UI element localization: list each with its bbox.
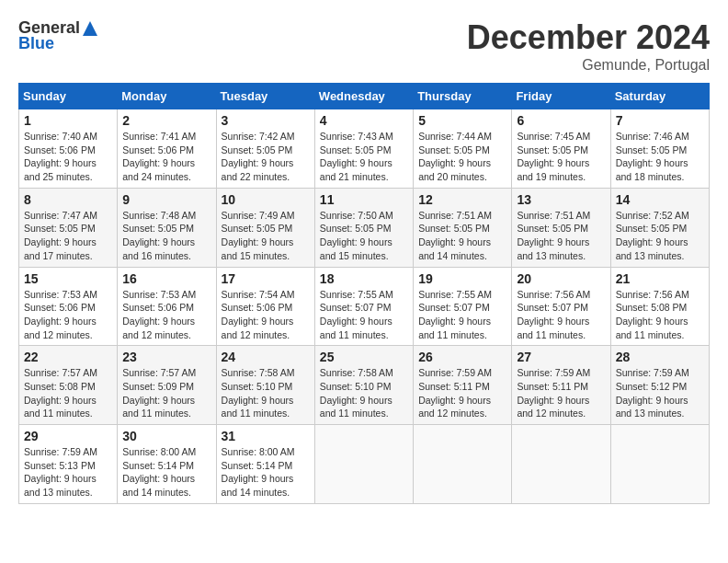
calendar-cell: 2Sunrise: 7:41 AMSunset: 5:06 PMDaylight… bbox=[118, 109, 216, 189]
day-number: 28 bbox=[616, 350, 704, 364]
calendar-table: SundayMondayTuesdayWednesdayThursdayFrid… bbox=[18, 83, 710, 504]
day-info: Sunrise: 7:46 AMSunset: 5:05 PMDaylight:… bbox=[616, 130, 704, 184]
week-row-5: 29Sunrise: 7:59 AMSunset: 5:13 PMDayligh… bbox=[19, 425, 710, 504]
day-number: 9 bbox=[122, 192, 210, 207]
day-info: Sunrise: 7:59 AMSunset: 5:11 PMDaylight:… bbox=[517, 366, 605, 420]
calendar-cell: 31Sunrise: 8:00 AMSunset: 5:14 PMDayligh… bbox=[216, 425, 314, 504]
day-number: 19 bbox=[418, 271, 506, 286]
week-row-2: 8Sunrise: 7:47 AMSunset: 5:05 PMDaylight… bbox=[19, 188, 710, 267]
day-number: 12 bbox=[418, 192, 506, 207]
day-info: Sunrise: 7:42 AMSunset: 5:05 PMDaylight:… bbox=[222, 130, 310, 184]
calendar-cell: 25Sunrise: 7:58 AMSunset: 5:10 PMDayligh… bbox=[314, 346, 413, 425]
day-number: 30 bbox=[122, 429, 210, 443]
calendar-cell: 20Sunrise: 7:56 AMSunset: 5:07 PMDayligh… bbox=[512, 267, 610, 346]
day-number: 16 bbox=[122, 271, 210, 286]
day-info: Sunrise: 7:50 AMSunset: 5:05 PMDaylight:… bbox=[320, 209, 408, 263]
calendar-cell: 9Sunrise: 7:48 AMSunset: 5:05 PMDaylight… bbox=[118, 188, 216, 267]
calendar-cell bbox=[610, 425, 709, 504]
calendar-cell bbox=[414, 425, 512, 504]
day-number: 26 bbox=[418, 350, 506, 364]
day-info: Sunrise: 7:58 AMSunset: 5:10 PMDaylight:… bbox=[320, 366, 408, 420]
day-number: 14 bbox=[616, 192, 704, 207]
location-subtitle: Gemunde, Portugal bbox=[467, 57, 710, 74]
weekday-sunday: Sunday bbox=[19, 84, 118, 109]
calendar-cell: 7Sunrise: 7:46 AMSunset: 5:05 PMDaylight… bbox=[610, 109, 709, 189]
day-info: Sunrise: 7:44 AMSunset: 5:05 PMDaylight:… bbox=[418, 130, 506, 184]
day-info: Sunrise: 7:58 AMSunset: 5:10 PMDaylight:… bbox=[222, 366, 310, 420]
day-number: 8 bbox=[24, 192, 112, 207]
day-info: Sunrise: 7:59 AMSunset: 5:13 PMDaylight:… bbox=[24, 445, 112, 500]
day-info: Sunrise: 7:57 AMSunset: 5:08 PMDaylight:… bbox=[24, 366, 112, 420]
calendar-cell: 14Sunrise: 7:52 AMSunset: 5:05 PMDayligh… bbox=[610, 188, 709, 267]
day-info: Sunrise: 7:49 AMSunset: 5:05 PMDaylight:… bbox=[222, 209, 310, 263]
calendar-cell: 24Sunrise: 7:58 AMSunset: 5:10 PMDayligh… bbox=[216, 346, 314, 425]
day-info: Sunrise: 7:53 AMSunset: 5:06 PMDaylight:… bbox=[122, 288, 210, 342]
day-info: Sunrise: 7:51 AMSunset: 5:05 PMDaylight:… bbox=[418, 209, 506, 263]
calendar-cell: 22Sunrise: 7:57 AMSunset: 5:08 PMDayligh… bbox=[19, 346, 118, 425]
month-year-title: December 2024 bbox=[467, 18, 710, 57]
day-number: 10 bbox=[222, 192, 310, 207]
day-number: 11 bbox=[320, 192, 408, 207]
day-number: 13 bbox=[517, 192, 605, 207]
weekday-friday: Friday bbox=[512, 84, 610, 109]
calendar-cell bbox=[512, 425, 610, 504]
weekday-header-row: SundayMondayTuesdayWednesdayThursdayFrid… bbox=[19, 84, 710, 109]
day-info: Sunrise: 7:45 AMSunset: 5:05 PMDaylight:… bbox=[517, 130, 605, 184]
calendar-cell: 13Sunrise: 7:51 AMSunset: 5:05 PMDayligh… bbox=[512, 188, 610, 267]
day-number: 17 bbox=[222, 271, 310, 286]
day-number: 18 bbox=[320, 271, 408, 286]
calendar-cell: 21Sunrise: 7:56 AMSunset: 5:08 PMDayligh… bbox=[610, 267, 709, 346]
day-number: 6 bbox=[517, 113, 605, 128]
day-number: 23 bbox=[122, 350, 210, 364]
logo: General Blue bbox=[18, 18, 100, 53]
day-info: Sunrise: 7:53 AMSunset: 5:06 PMDaylight:… bbox=[24, 288, 112, 342]
calendar-cell: 16Sunrise: 7:53 AMSunset: 5:06 PMDayligh… bbox=[118, 267, 216, 346]
calendar-cell: 19Sunrise: 7:55 AMSunset: 5:07 PMDayligh… bbox=[414, 267, 512, 346]
day-number: 22 bbox=[24, 350, 112, 364]
calendar-cell: 27Sunrise: 7:59 AMSunset: 5:11 PMDayligh… bbox=[512, 346, 610, 425]
day-number: 25 bbox=[320, 350, 408, 364]
day-info: Sunrise: 7:47 AMSunset: 5:05 PMDaylight:… bbox=[24, 209, 112, 263]
svg-marker-0 bbox=[83, 21, 97, 36]
calendar-cell: 28Sunrise: 7:59 AMSunset: 5:12 PMDayligh… bbox=[610, 346, 709, 425]
calendar-cell: 11Sunrise: 7:50 AMSunset: 5:05 PMDayligh… bbox=[314, 188, 413, 267]
day-info: Sunrise: 8:00 AMSunset: 5:14 PMDaylight:… bbox=[122, 445, 210, 500]
day-info: Sunrise: 7:51 AMSunset: 5:05 PMDaylight:… bbox=[517, 209, 605, 263]
day-info: Sunrise: 8:00 AMSunset: 5:14 PMDaylight:… bbox=[222, 445, 310, 500]
calendar-cell: 12Sunrise: 7:51 AMSunset: 5:05 PMDayligh… bbox=[414, 188, 512, 267]
week-row-3: 15Sunrise: 7:53 AMSunset: 5:06 PMDayligh… bbox=[19, 267, 710, 346]
logo-blue-text: Blue bbox=[18, 34, 54, 53]
day-info: Sunrise: 7:59 AMSunset: 5:12 PMDaylight:… bbox=[616, 366, 704, 420]
calendar-cell: 26Sunrise: 7:59 AMSunset: 5:11 PMDayligh… bbox=[414, 346, 512, 425]
day-number: 1 bbox=[24, 113, 112, 128]
day-number: 5 bbox=[418, 113, 506, 128]
week-row-4: 22Sunrise: 7:57 AMSunset: 5:08 PMDayligh… bbox=[19, 346, 710, 425]
calendar-cell: 23Sunrise: 7:57 AMSunset: 5:09 PMDayligh… bbox=[118, 346, 216, 425]
calendar-cell: 4Sunrise: 7:43 AMSunset: 5:05 PMDaylight… bbox=[314, 109, 413, 189]
day-info: Sunrise: 7:52 AMSunset: 5:05 PMDaylight:… bbox=[616, 209, 704, 263]
calendar-cell: 8Sunrise: 7:47 AMSunset: 5:05 PMDaylight… bbox=[19, 188, 118, 267]
calendar-cell bbox=[314, 425, 413, 504]
calendar-cell: 3Sunrise: 7:42 AMSunset: 5:05 PMDaylight… bbox=[216, 109, 314, 189]
day-number: 7 bbox=[616, 113, 704, 128]
calendar-cell: 10Sunrise: 7:49 AMSunset: 5:05 PMDayligh… bbox=[216, 188, 314, 267]
day-info: Sunrise: 7:55 AMSunset: 5:07 PMDaylight:… bbox=[320, 288, 408, 342]
day-info: Sunrise: 7:56 AMSunset: 5:07 PMDaylight:… bbox=[517, 288, 605, 342]
calendar-cell: 18Sunrise: 7:55 AMSunset: 5:07 PMDayligh… bbox=[314, 267, 413, 346]
day-number: 24 bbox=[222, 350, 310, 364]
day-number: 31 bbox=[222, 429, 310, 443]
day-info: Sunrise: 7:57 AMSunset: 5:09 PMDaylight:… bbox=[122, 366, 210, 420]
weekday-monday: Monday bbox=[118, 84, 216, 109]
calendar-cell: 5Sunrise: 7:44 AMSunset: 5:05 PMDaylight… bbox=[414, 109, 512, 189]
logo-icon bbox=[81, 19, 99, 38]
weekday-thursday: Thursday bbox=[414, 84, 512, 109]
weekday-saturday: Saturday bbox=[610, 84, 709, 109]
day-info: Sunrise: 7:54 AMSunset: 5:06 PMDaylight:… bbox=[222, 288, 310, 342]
day-number: 4 bbox=[320, 113, 408, 128]
calendar-body: 1Sunrise: 7:40 AMSunset: 5:06 PMDaylight… bbox=[19, 109, 710, 504]
calendar-cell: 15Sunrise: 7:53 AMSunset: 5:06 PMDayligh… bbox=[19, 267, 118, 346]
day-info: Sunrise: 7:43 AMSunset: 5:05 PMDaylight:… bbox=[320, 130, 408, 184]
calendar-cell: 17Sunrise: 7:54 AMSunset: 5:06 PMDayligh… bbox=[216, 267, 314, 346]
day-info: Sunrise: 7:41 AMSunset: 5:06 PMDaylight:… bbox=[122, 130, 210, 184]
day-number: 3 bbox=[222, 113, 310, 128]
